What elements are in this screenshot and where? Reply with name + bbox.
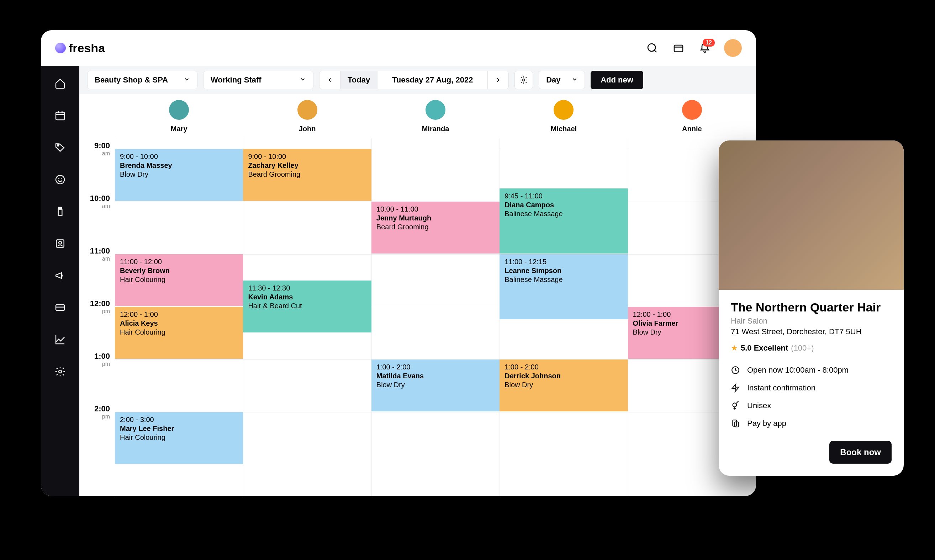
- svg-point-16: [523, 79, 525, 81]
- calendar-event[interactable]: 12:00 - 1:00Alicia KeysHair Colouring: [115, 307, 243, 359]
- event-client: Brenda Massey: [120, 162, 238, 169]
- nav-calendar[interactable]: [53, 108, 67, 123]
- business-type: Hair Salon: [731, 317, 892, 326]
- svg-line-1: [655, 51, 656, 52]
- wallet-button[interactable]: [671, 41, 686, 55]
- feature-unisex-label: Unisex: [747, 401, 771, 410]
- business-photo: [719, 140, 904, 290]
- rating: ★ 5.0 Excellent (100+): [731, 343, 892, 353]
- staff-avatar: [426, 100, 446, 120]
- feature-instant: Instant confirmation: [731, 383, 892, 392]
- event-service: Blow Dry: [505, 381, 623, 389]
- calendar-event[interactable]: 11:30 - 12:30Kevin AdamsHair & Beard Cut: [243, 280, 371, 332]
- prev-day-button[interactable]: [319, 71, 341, 89]
- svg-point-8: [56, 175, 65, 184]
- event-service: Balinese Massage: [505, 210, 623, 218]
- location-label: Beauty Shop & SPA: [95, 75, 168, 85]
- svg-marker-18: [732, 384, 739, 392]
- brand-dot-icon: [55, 43, 66, 53]
- search-icon: [646, 42, 658, 54]
- event-service: Beard Grooming: [376, 223, 495, 231]
- business-address: 71 West Street, Dorchester, DT7 5UH: [731, 327, 892, 336]
- user-avatar[interactable]: [724, 39, 742, 57]
- chevron-right-icon: [495, 77, 501, 83]
- event-client: Zachary Kelley: [248, 162, 366, 169]
- current-date[interactable]: Tuesday 27 Aug, 2022: [378, 71, 488, 89]
- event-time: 9:00 - 10:00: [120, 152, 238, 161]
- staff-avatar: [298, 100, 317, 120]
- chevron-down-icon: [571, 75, 578, 85]
- svg-point-7: [57, 145, 59, 146]
- time-label: 2:00pm: [94, 404, 110, 420]
- star-icon: ★: [731, 343, 738, 353]
- unisex-icon: [731, 401, 740, 410]
- event-client: Kevin Adams: [248, 293, 366, 301]
- nav-settings[interactable]: [53, 365, 67, 378]
- book-now-button[interactable]: Book now: [829, 441, 892, 464]
- event-time: 2:00 - 3:00: [120, 415, 238, 424]
- brand-name: fresha: [69, 41, 105, 55]
- event-client: Diana Campos: [505, 201, 623, 209]
- event-client: Matilda Evans: [376, 372, 495, 380]
- staff-header[interactable]: John: [243, 94, 371, 138]
- bolt-icon: [731, 383, 740, 392]
- nav-team[interactable]: [53, 237, 67, 251]
- calendar-grid[interactable]: 9:00am10:00am11:00am12:00pm1:00pm2:00pm …: [79, 138, 756, 496]
- staff-filter-dropdown[interactable]: Working Staff: [203, 71, 313, 89]
- svg-rect-2: [674, 45, 683, 52]
- mobile-pay-icon: [731, 419, 740, 428]
- calendar-event[interactable]: 1:00 - 2:00Derrick JohnsonBlow Dry: [500, 360, 628, 411]
- calendar-event[interactable]: 9:45 - 11:00Diana CamposBalinese Massage: [500, 188, 628, 254]
- time-label: 1:00pm: [94, 352, 110, 367]
- staff-header[interactable]: Miranda: [372, 94, 500, 138]
- view-dropdown[interactable]: Day: [538, 71, 585, 89]
- location-dropdown[interactable]: Beauty Shop & SPA: [87, 71, 197, 89]
- staff-filter-label: Working Staff: [211, 75, 261, 85]
- nav-clients[interactable]: [53, 172, 67, 187]
- wallet-icon: [673, 42, 684, 54]
- nav-reports[interactable]: [53, 332, 67, 347]
- calendar-event[interactable]: 9:00 - 10:00Zachary KelleyBeard Grooming: [243, 149, 371, 201]
- event-time: 10:00 - 11:00: [376, 205, 495, 213]
- staff-name: Miranda: [422, 125, 449, 133]
- calendar-event[interactable]: 2:00 - 3:00Mary Lee FisherHair Colouring: [115, 412, 243, 464]
- calendar-event[interactable]: 1:00 - 2:00Matilda EvansBlow Dry: [372, 360, 500, 411]
- staff-name: Mary: [171, 125, 188, 133]
- notifications-button[interactable]: 12: [698, 41, 712, 55]
- gear-icon: [520, 76, 528, 84]
- search-button[interactable]: [645, 41, 659, 55]
- staff-header[interactable]: Annie: [628, 94, 756, 138]
- today-button[interactable]: Today: [341, 71, 378, 89]
- calendar-event[interactable]: 10:00 - 11:00Jenny MurtaughBeard Groomin…: [372, 202, 500, 254]
- nav-marketing[interactable]: [53, 268, 67, 283]
- gear-icon: [54, 366, 66, 377]
- svg-rect-13: [56, 305, 65, 311]
- nav-tags[interactable]: [53, 140, 67, 155]
- calendar-event[interactable]: 11:00 - 12:15Leanne SimpsonBalinese Mass…: [500, 254, 628, 319]
- calendar-settings-button[interactable]: [514, 71, 533, 89]
- card-icon: [54, 302, 66, 313]
- clock-icon: [731, 366, 740, 375]
- features: Open now 10:00am - 8:00pm Instant confir…: [731, 366, 892, 428]
- staff-name: John: [299, 125, 316, 133]
- add-new-button[interactable]: Add new: [591, 71, 643, 89]
- nav-payments[interactable]: [53, 300, 67, 315]
- event-time: 12:00 - 1:00: [120, 311, 238, 318]
- id-card-icon: [54, 238, 66, 249]
- card-body: The Northern Quarter Hair Hair Salon 71 …: [719, 290, 904, 476]
- brand-logo[interactable]: fresha: [55, 41, 105, 55]
- time-label: 12:00pm: [90, 299, 110, 315]
- chevron-down-icon: [184, 75, 190, 85]
- next-day-button[interactable]: [488, 71, 508, 89]
- feature-pay-label: Pay by app: [747, 419, 786, 428]
- staff-header[interactable]: Mary: [115, 94, 243, 138]
- event-service: Balinese Massage: [505, 275, 623, 284]
- event-service: Beard Grooming: [248, 170, 366, 178]
- staff-header[interactable]: Michael: [500, 94, 628, 138]
- staff-name: Annie: [682, 125, 702, 133]
- nav-home[interactable]: [53, 77, 67, 91]
- calendar-event[interactable]: 11:00 - 12:00Beverly BrownHair Colouring: [115, 254, 243, 306]
- nav-products[interactable]: [53, 205, 67, 218]
- calendar-event[interactable]: 9:00 - 10:00Brenda MasseyBlow Dry: [115, 149, 243, 201]
- chevron-left-icon: [327, 77, 333, 83]
